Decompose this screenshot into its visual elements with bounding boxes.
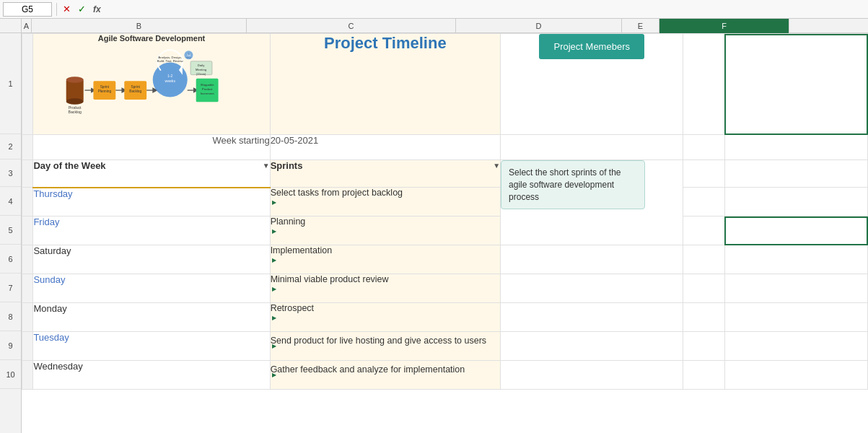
col-header-d[interactable]: D xyxy=(456,19,622,33)
svg-text:Sprint: Sprint xyxy=(131,85,141,89)
cell-b8[interactable]: Monday xyxy=(33,303,270,332)
cell-b2: Week starting xyxy=(33,135,270,160)
sprint-2: Implementation xyxy=(271,245,332,255)
cell-c7[interactable]: Minimal viable product review xyxy=(270,274,500,303)
cell-b10[interactable]: Wednesday xyxy=(33,361,270,390)
sprint-6: Gather feedback and analyze for implemen… xyxy=(271,364,465,375)
svg-text:Daily: Daily xyxy=(198,64,205,68)
sprint-5: Send product for live hosting and give a… xyxy=(271,336,486,346)
cell-a5 xyxy=(22,216,33,245)
sprints-dropdown-arrow[interactable]: ▼ xyxy=(493,162,500,170)
cancel-formula-icon[interactable]: ✕ xyxy=(61,4,72,14)
cell-f6[interactable] xyxy=(724,245,867,274)
col-header-f[interactable]: F xyxy=(659,19,789,33)
svg-text:1-2: 1-2 xyxy=(167,74,173,78)
row-num-7[interactable]: 7 xyxy=(0,274,21,302)
cell-f4[interactable] xyxy=(724,188,867,216)
formula-input[interactable] xyxy=(105,2,865,17)
day-wednesday: Wednesday xyxy=(33,361,82,372)
cell-b9[interactable]: Tuesday xyxy=(33,332,270,361)
sprints-header: Sprints ▼ xyxy=(271,160,500,171)
cell-c9[interactable]: Send product for live hosting and give a… xyxy=(270,332,500,361)
col-header-e[interactable]: E xyxy=(622,19,659,33)
project-members-button[interactable]: Project Memebers xyxy=(539,34,644,59)
row-num-5[interactable]: 5 xyxy=(0,216,21,245)
cell-b1: Agile Software Development Product Backl… xyxy=(33,34,270,135)
cell-f9[interactable] xyxy=(724,332,867,361)
svg-text:(15min): (15min) xyxy=(196,74,206,76)
svg-text:1d: 1d xyxy=(187,53,190,57)
row-num-9[interactable]: 9 xyxy=(0,331,21,360)
formula-icons: ✕ ✓ fx xyxy=(61,4,102,14)
cell-f10[interactable] xyxy=(724,361,867,390)
row-num-3[interactable]: 3 xyxy=(0,159,21,187)
cell-c4[interactable]: Select tasks from project backlog xyxy=(270,188,500,216)
cell-e8 xyxy=(683,303,724,332)
cell-d3: Select the short sprints of the agile so… xyxy=(501,160,683,245)
cell-c5[interactable]: Planning xyxy=(270,216,500,245)
sprint-4: Retrospect xyxy=(271,303,314,313)
cell-c1: Project Timeline xyxy=(270,34,500,135)
col-header-c[interactable]: C xyxy=(247,19,456,33)
svg-text:Backlog: Backlog xyxy=(69,110,82,114)
cell-f7[interactable] xyxy=(724,274,867,303)
row-num-1[interactable]: 1 xyxy=(0,33,21,134)
cell-reference-box[interactable]: G5 xyxy=(3,2,52,17)
fx-icon[interactable]: fx xyxy=(92,4,102,14)
tooltip-box: Select the short sprints of the agile so… xyxy=(501,160,645,209)
cell-b6[interactable]: Saturday xyxy=(33,245,270,274)
table-row: Monday Retrospect xyxy=(22,303,868,332)
row-num-10[interactable]: 10 xyxy=(0,360,21,389)
row-num-2[interactable]: 2 xyxy=(0,134,21,159)
svg-text:Sprint: Sprint xyxy=(100,85,110,89)
cell-a7 xyxy=(22,274,33,303)
cell-f1[interactable] xyxy=(724,34,867,135)
svg-text:Analysis, Design,: Analysis, Design, xyxy=(158,56,182,59)
svg-text:Product: Product xyxy=(69,105,82,110)
cell-e6 xyxy=(683,245,724,274)
cell-d6 xyxy=(501,245,683,274)
cell-f8[interactable] xyxy=(724,303,867,332)
cell-c6[interactable]: Implementation xyxy=(270,245,500,274)
svg-text:weeks: weeks xyxy=(165,79,175,83)
agile-diagram-svg: Product Backlog Sprint Planning xyxy=(65,45,238,114)
col-header-a[interactable]: A xyxy=(22,19,32,33)
formula-bar-divider xyxy=(56,3,57,16)
svg-text:Build, Test, Review: Build, Test, Review xyxy=(157,60,184,64)
cell-f5[interactable] xyxy=(724,216,867,245)
confirm-formula-icon[interactable]: ✓ xyxy=(76,4,87,14)
column-headers: A B C D E F xyxy=(0,19,868,33)
cell-d9 xyxy=(501,332,683,361)
row-num-4[interactable]: 4 xyxy=(0,187,21,216)
row-numbers: 1 2 3 4 5 6 7 8 9 10 xyxy=(0,33,22,433)
tooltip-text: Select the short sprints of the agile so… xyxy=(509,167,621,202)
sprint-1: Planning xyxy=(271,216,306,227)
cell-f2[interactable] xyxy=(724,135,867,160)
svg-point-1 xyxy=(66,76,84,83)
spreadsheet-table: Agile Software Development Product Backl… xyxy=(22,33,868,390)
cell-b7[interactable]: Sunday xyxy=(33,274,270,303)
cell-b3[interactable]: Day of the Week ▼ xyxy=(33,160,270,188)
svg-text:Meeting: Meeting xyxy=(196,69,207,72)
table-row: Week starting 20-05-2021 xyxy=(22,135,868,160)
table-row: Friday Planning xyxy=(22,216,868,245)
cell-e10 xyxy=(683,361,724,390)
row-num-6[interactable]: 6 xyxy=(0,245,21,274)
svg-text:Increment: Increment xyxy=(201,92,215,95)
day-dropdown-arrow[interactable]: ▼ xyxy=(263,162,270,170)
table-row: Day of the Week ▼ Sprints ▼ Select the s… xyxy=(22,160,868,188)
cell-c3[interactable]: Sprints ▼ xyxy=(270,160,500,188)
cell-f3[interactable] xyxy=(724,160,867,188)
day-friday: Friday xyxy=(33,216,59,227)
cell-e4 xyxy=(683,188,724,216)
cell-b4[interactable]: Thursday xyxy=(33,188,270,216)
cell-c8[interactable]: Retrospect xyxy=(270,303,500,332)
row-num-8[interactable]: 8 xyxy=(0,302,21,331)
formula-bar: G5 ✕ ✓ fx xyxy=(0,0,868,19)
project-timeline-title: Project Timeline xyxy=(271,34,500,53)
day-sunday: Sunday xyxy=(33,274,65,285)
cell-b5[interactable]: Friday xyxy=(33,216,270,245)
cell-c10[interactable]: Gather feedback and analyze for implemen… xyxy=(270,361,500,390)
cell-e7 xyxy=(683,274,724,303)
col-header-b[interactable]: B xyxy=(32,19,247,33)
